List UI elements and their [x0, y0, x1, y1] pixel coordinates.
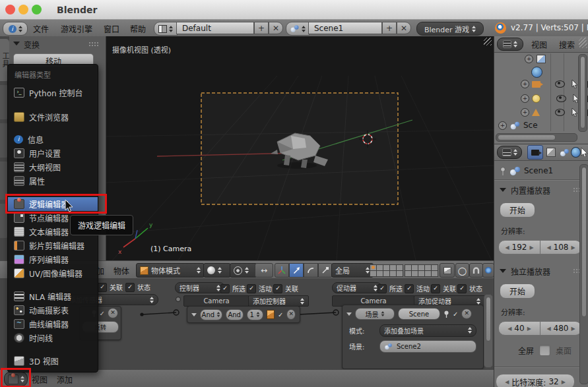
embedded-player-section[interactable]: 内置播放器 — [500, 184, 588, 196]
world-icon[interactable] — [531, 67, 542, 78]
pivot-selector[interactable] — [230, 263, 257, 278]
menu-item-timeline[interactable]: 时间线 — [8, 331, 98, 345]
scale-manipulator-button[interactable] — [318, 263, 333, 278]
selectable-cursor-icon[interactable] — [572, 80, 578, 88]
scene-browse-button[interactable] — [286, 22, 310, 36]
editor-type-properties-button[interactable] — [497, 146, 522, 159]
outliner-row-scene[interactable]: + — [525, 55, 546, 63]
mode-selector[interactable]: 物体模式 — [136, 263, 205, 278]
panel-collapse-icon[interactable] — [13, 42, 20, 45]
minimize-window-button[interactable] — [18, 5, 28, 15]
controller-node[interactable]: And And 1 ✓ ✕ — [187, 306, 300, 323]
controllers-filter-dropdown[interactable]: 控制器 — [175, 282, 225, 293]
expand-icon[interactable]: + — [525, 55, 533, 63]
visibility-eye-icon[interactable] — [556, 95, 566, 102]
delete-actuator-button[interactable]: ✕ — [461, 309, 472, 319]
res-x-field[interactable]: ◀40▶ — [498, 321, 540, 336]
pin-icon[interactable] — [500, 167, 506, 175]
checkmark-icon[interactable]: ✓ — [100, 310, 105, 317]
menu-item-graph-editor[interactable]: ~曲线编辑器 — [8, 317, 98, 331]
snap-toggle-button[interactable] — [469, 263, 483, 278]
logic-menu-view[interactable]: 视图 — [32, 374, 48, 385]
controller-state-field[interactable]: 1 — [247, 309, 263, 320]
layer-grid-1[interactable] — [370, 264, 403, 277]
expand-icon[interactable]: + — [521, 108, 529, 117]
snap-element-button[interactable]: ○ — [455, 263, 469, 278]
checkmark-icon[interactable]: ✓ — [453, 311, 458, 318]
controller-type-dropdown[interactable]: And — [200, 309, 222, 320]
scene-mode-dropdown[interactable]: 添加叠加场景 — [379, 324, 476, 337]
menu-window[interactable]: 窗口 — [104, 23, 119, 34]
turtle-model[interactable] — [271, 133, 328, 169]
menu-item-info[interactable]: i信息 — [8, 133, 98, 146]
menu-item-nla-editor[interactable]: NLA 编辑器 — [8, 289, 98, 303]
area-resize-corner[interactable] — [579, 38, 587, 45]
decrement-icon[interactable]: ◀ — [546, 326, 550, 332]
pin-icon[interactable] — [443, 311, 449, 318]
actuators-act-checkbox[interactable]: ✓活动 — [405, 283, 430, 293]
add-layout-button[interactable]: + — [254, 22, 269, 34]
tab-render-layers[interactable] — [546, 148, 556, 157]
actuators-sel-checkbox[interactable]: ✓所选 — [377, 283, 403, 293]
scrollbar-thumb[interactable] — [498, 134, 556, 140]
menu-item-user-settings[interactable]: 用户设置 — [8, 146, 98, 160]
controllers-sel-checkbox[interactable]: ✓所选 — [220, 283, 245, 293]
collapse-icon[interactable] — [191, 313, 197, 316]
tab-scene[interactable] — [560, 148, 568, 156]
scrollbar-thumb[interactable] — [581, 167, 587, 317]
menu-item-clip-editor[interactable]: 影片剪辑编辑器 — [8, 239, 98, 253]
increment-icon[interactable]: ▶ — [529, 245, 533, 251]
controllers-act-checkbox[interactable]: ✓活动 — [247, 283, 272, 293]
outliner-hscrollbar[interactable] — [496, 133, 577, 142]
delete-layout-button[interactable]: ✕ — [269, 22, 283, 34]
increment-icon[interactable]: ▶ — [527, 326, 531, 332]
editor-type-outliner-button[interactable] — [497, 38, 523, 51]
controllers-link-checkbox[interactable]: ✓关联 — [273, 283, 298, 293]
menu-help[interactable]: 帮助 — [130, 23, 146, 34]
menu-item-file-browser[interactable]: 文件浏览器 — [8, 110, 98, 124]
actuator-name-field[interactable]: Scene — [398, 308, 440, 320]
menu-item-3d-view[interactable]: 3D 视图 — [8, 354, 98, 368]
standalone-player-section[interactable]: 独立播放器 — [500, 265, 588, 277]
expand-icon[interactable]: + — [521, 80, 529, 88]
decrement-icon[interactable]: ◀ — [505, 379, 509, 385]
translate-manipulator-button[interactable] — [289, 263, 304, 278]
menu-item-properties[interactable]: 属性 — [8, 174, 98, 188]
menu-item-outliner[interactable]: 大纲视图 — [8, 160, 98, 174]
menu-item-dope-sheet[interactable]: 动画摄影表 — [8, 303, 98, 317]
menu-item-python-console[interactable]: ›_Python 控制台 — [8, 86, 98, 100]
delete-sensor-button[interactable]: ✕ — [108, 308, 118, 318]
add-scene-button[interactable]: + — [382, 22, 397, 34]
checkmark-icon[interactable]: ✓ — [278, 311, 283, 318]
decrement-icon[interactable]: ◀ — [507, 326, 511, 332]
menu-file[interactable]: 文件 — [33, 23, 49, 34]
decrement-icon[interactable]: ◀ — [505, 245, 509, 251]
bit-depth-field[interactable]: ◀ 比特深度: 32 ▶ — [496, 374, 575, 387]
outliner-menu-view[interactable]: 视图 — [531, 39, 547, 50]
menu-game-engine[interactable]: 游戏引擎 — [61, 23, 92, 34]
editor-type-info-button[interactable]: i — [3, 22, 28, 36]
res-x-field[interactable]: ◀192▶ — [498, 240, 540, 254]
props-vscrollbar[interactable] — [579, 164, 588, 384]
panel-title[interactable]: 变换 — [24, 39, 40, 50]
selectable-cursor-icon[interactable] — [572, 108, 578, 117]
controller-name-field[interactable]: And — [226, 309, 244, 320]
start-standalone-button[interactable]: 开始 — [500, 283, 535, 299]
scrollbar-thumb[interactable] — [580, 56, 585, 129]
actuators-filter-dropdown[interactable]: 促动器 — [332, 282, 382, 293]
decrement-icon[interactable]: ◀ — [546, 245, 550, 251]
panel-grip[interactable] — [88, 42, 99, 47]
zoom-window-button[interactable] — [32, 5, 42, 15]
scene-name-field[interactable]: Scene1 — [308, 22, 382, 34]
lock-to-scene-button[interactable] — [440, 263, 455, 278]
collapse-icon[interactable] — [346, 313, 352, 316]
layout-name-field[interactable]: Default — [176, 22, 254, 34]
actuators-link-checkbox[interactable]: ✓关联 — [431, 283, 456, 293]
close-window-button[interactable] — [5, 5, 15, 15]
outliner-vscrollbar[interactable] — [578, 54, 587, 132]
actuator-type-dropdown[interactable]: 场景 — [355, 308, 395, 320]
orientation-selector[interactable]: 全局 — [331, 263, 374, 278]
outliner-row-sce[interactable]: + Sce — [498, 121, 538, 130]
shading-selector[interactable] — [203, 263, 231, 278]
layer-grid-2[interactable] — [405, 264, 438, 277]
